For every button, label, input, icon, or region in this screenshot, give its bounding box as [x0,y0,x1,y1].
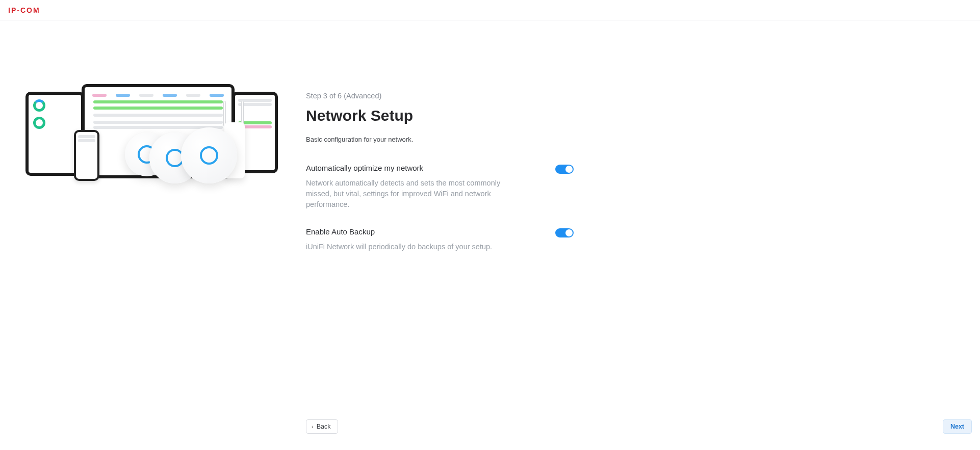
stat-chip [139,94,153,97]
option-optimize-label: Automatically optimize my network [306,164,423,172]
topbar: IP-COM [0,0,980,20]
next-button[interactable]: Next [943,419,972,434]
donut-chart-icon [33,117,45,129]
stat-chip [92,94,107,97]
antenna-icon [223,101,226,126]
content: Step 3 of 6 (Advanced) Network Setup Bas… [0,20,980,270]
back-button-label: Back [317,423,331,430]
form-column: Step 3 of 6 (Advanced) Network Setup Bas… [288,92,574,270]
chevron-left-icon: ‹ [312,423,314,430]
stat-chip [163,94,177,97]
ap-device [181,127,237,183]
page-subtitle: Basic configuration for your network. [306,136,574,143]
next-button-label: Next [950,423,964,430]
led-ring-icon [200,146,218,165]
option-backup-description: iUniFi Network will periodically do back… [306,242,525,252]
step-indicator: Step 3 of 6 (Advanced) [306,92,574,100]
toggle-knob-icon [565,166,573,173]
option-backup-label: Enable Auto Backup [306,227,375,236]
stat-chip [116,94,130,97]
back-button[interactable]: ‹ Back [306,419,338,434]
page-title: Network Setup [306,107,574,124]
table-row-placeholder [93,121,223,124]
option-backup-toggle[interactable] [555,228,574,237]
product-illustration [23,92,288,194]
option-optimize-description: Network automatically detects and sets t… [306,178,525,210]
brand-logo: IP-COM [8,6,40,14]
table-row-placeholder [93,114,223,117]
toggle-knob-icon [565,229,573,236]
page: Step 3 of 6 (Advanced) Network Setup Bas… [0,20,980,450]
stat-chip [210,94,224,97]
option-optimize-row: Automatically optimize my network [306,164,574,174]
progress-bar [93,107,223,110]
row [78,139,95,142]
stat-chip [186,94,200,97]
phone-device [74,130,99,181]
option-optimize-toggle[interactable] [555,165,574,174]
donut-chart-icon [33,99,45,112]
row [78,135,95,138]
illustration-column [0,92,288,194]
option-backup-row: Enable Auto Backup [306,227,574,237]
progress-bar [93,100,223,103]
